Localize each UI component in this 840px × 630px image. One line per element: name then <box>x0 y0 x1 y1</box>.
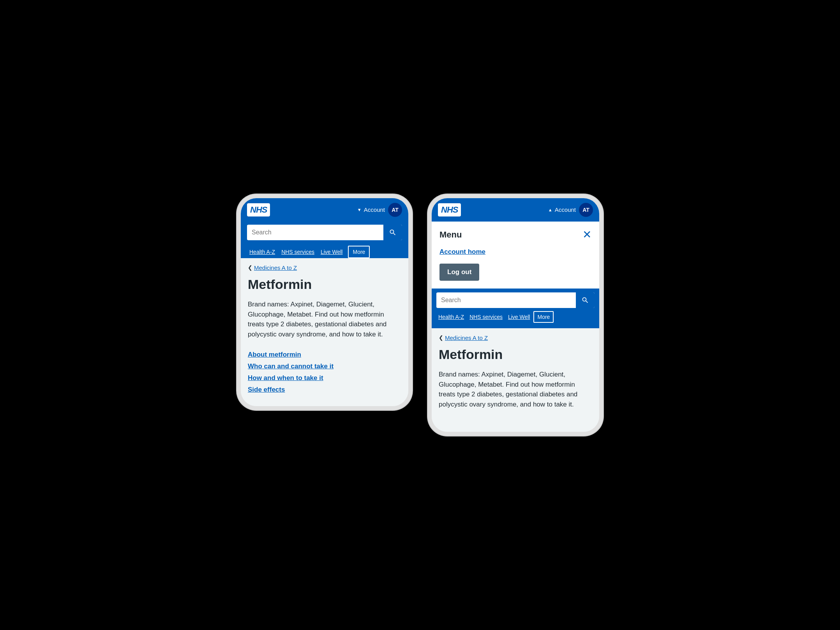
nhs-logo-left: NHS <box>247 203 270 216</box>
search-bar-left <box>241 222 408 244</box>
content-links-left: About metformin Who can and cannot take … <box>248 350 401 394</box>
close-menu-button[interactable]: ✕ <box>582 229 591 240</box>
search-button-left[interactable] <box>383 225 402 240</box>
nav-bar-left: Health A-Z NHS services Live Well More <box>241 244 408 258</box>
menu-nav-live-well[interactable]: Live Well <box>506 311 532 322</box>
menu-header: Menu ✕ <box>439 229 591 240</box>
link-who-can-take-it[interactable]: Who can and cannot take it <box>248 362 401 371</box>
page-desc-right: Brand names: Axpinet, Diagemet, Glucient… <box>439 370 592 409</box>
menu-nav-bar: Health A-Z NHS services Live Well More <box>436 311 595 324</box>
menu-title: Menu <box>439 230 462 240</box>
link-about-metformin[interactable]: About metformin <box>248 350 401 359</box>
left-header: NHS ▾ Account AT <box>241 198 408 222</box>
right-header: NHS ▴ Account AT <box>432 198 599 222</box>
link-side-effects[interactable]: Side effects <box>248 385 401 394</box>
chevron-down-icon: ▾ <box>358 207 361 213</box>
menu-nav-health-az[interactable]: Health A-Z <box>436 311 466 322</box>
nav-nhs-services-left[interactable]: NHS services <box>279 246 317 258</box>
search-input-right[interactable] <box>436 293 576 308</box>
breadcrumb-chevron-right: ❮ <box>439 334 443 341</box>
page-content-left: ❮ Medicines A to Z Metformin Brand names… <box>241 258 408 406</box>
menu-search-section: Health A-Z NHS services Live Well More <box>432 289 599 328</box>
phones-container: NHS ▾ Account AT Health A-Z NHS services… <box>241 198 599 432</box>
breadcrumb-link-right[interactable]: Medicines A to Z <box>445 334 488 341</box>
link-how-when[interactable]: How and when to take it <box>248 373 401 383</box>
account-button-right[interactable]: ▴ Account AT <box>549 203 593 217</box>
avatar-left: AT <box>388 203 402 217</box>
account-label-left: Account <box>364 206 385 213</box>
chevron-up-icon: ▴ <box>549 207 552 213</box>
account-label-right: Account <box>555 206 576 213</box>
breadcrumb-link-left[interactable]: Medicines A to Z <box>254 264 297 271</box>
logout-button[interactable]: Log out <box>439 264 479 281</box>
nav-health-az-left[interactable]: Health A-Z <box>247 246 277 258</box>
search-input-left[interactable] <box>247 225 383 240</box>
menu-search-input-wrap <box>436 292 595 308</box>
right-phone: NHS ▴ Account AT Menu ✕ Account home Log… <box>432 198 599 432</box>
menu-nav-nhs-services[interactable]: NHS services <box>468 311 505 322</box>
breadcrumb-chevron-left: ❮ <box>248 264 252 271</box>
nav-live-well-left[interactable]: Live Well <box>318 246 345 258</box>
search-button-right[interactable] <box>576 292 595 308</box>
avatar-right: AT <box>579 203 593 217</box>
menu-nav-more[interactable]: More <box>533 311 554 323</box>
menu-panel: Menu ✕ Account home Log out Health A-Z N… <box>432 222 599 328</box>
breadcrumb-left: ❮ Medicines A to Z <box>248 264 401 271</box>
page-desc-left: Brand names: Axpinet, Diagemet, Glucient… <box>248 299 401 339</box>
account-home-link[interactable]: Account home <box>439 248 591 256</box>
left-phone: NHS ▾ Account AT Health A-Z NHS services… <box>241 198 408 406</box>
page-title-left: Metformin <box>248 277 401 292</box>
nav-more-left[interactable]: More <box>348 246 370 258</box>
search-input-wrap-left <box>247 225 402 240</box>
account-button-left[interactable]: ▾ Account AT <box>358 203 402 217</box>
page-title-right: Metformin <box>439 347 592 362</box>
breadcrumb-right: ❮ Medicines A to Z <box>439 334 592 341</box>
nhs-logo-right: NHS <box>438 203 461 216</box>
page-content-right: ❮ Medicines A to Z Metformin Brand names… <box>432 328 599 432</box>
